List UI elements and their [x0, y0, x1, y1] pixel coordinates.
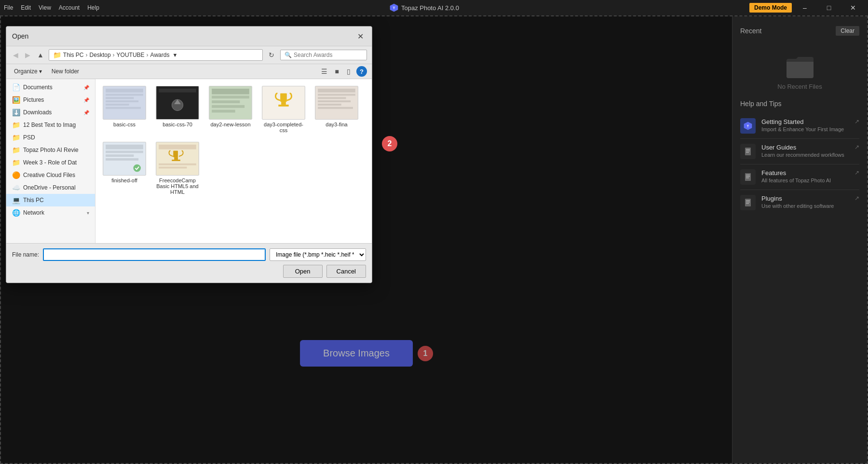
- up-button[interactable]: ▲: [35, 50, 46, 60]
- file-thumbnail: [156, 86, 199, 120]
- svg-rect-30: [106, 145, 143, 150]
- svg-rect-25: [318, 97, 346, 99]
- new-folder-button[interactable]: New folder: [49, 67, 82, 76]
- clear-button[interactable]: Clear: [836, 26, 859, 36]
- view-details-button[interactable]: ☰: [319, 67, 329, 76]
- refresh-button[interactable]: ↻: [266, 50, 277, 60]
- maximize-button[interactable]: □: [818, 0, 840, 15]
- titlebar: File Edit View Account Help T Topaz Phot…: [0, 0, 868, 15]
- file-item-basic-css-70[interactable]: basic-css-70: [153, 84, 202, 135]
- file-preview-svg: [156, 86, 199, 119]
- svg-rect-38: [174, 157, 178, 160]
- sidebar-item-label: OneDrive - Personal: [23, 184, 89, 191]
- help-item-features[interactable]: Features All features of Topaz Photo AI …: [740, 164, 859, 190]
- folder-icon: 📁: [12, 121, 20, 129]
- filetype-select[interactable]: Image file (*.bmp *.heic *.heif *. All F…: [270, 248, 366, 261]
- svg-rect-37: [173, 150, 178, 157]
- cancel-button[interactable]: Cancel: [326, 265, 366, 278]
- file-item-freecodecamp[interactable]: FreecodeCamp Basic HTML5 and HTML: [153, 140, 202, 197]
- sidebar-item-network[interactable]: 🌐 Network ▾: [6, 206, 95, 219]
- sidebar-item-psd[interactable]: 📁 PSD: [6, 131, 95, 144]
- breadcrumb-folder-icon: 📁: [53, 51, 61, 59]
- minimize-button[interactable]: –: [794, 0, 816, 15]
- sidebar-item-label: Creative Cloud Files: [23, 172, 89, 178]
- pictures-icon: 🖼️: [12, 96, 20, 104]
- help-item-user-guides[interactable]: User Guides Learn our recommended workfl…: [740, 139, 859, 164]
- svg-rect-24: [318, 94, 355, 96]
- expand-icon: ▾: [87, 210, 89, 216]
- breadcrumb-this-pc[interactable]: This PC: [63, 52, 84, 58]
- svg-rect-50: [746, 176, 750, 177]
- file-item-day3-completed[interactable]: day3-completed-css: [259, 84, 308, 135]
- features-icon: [740, 169, 756, 185]
- help-item-plugins[interactable]: Plugins Use with other editing software …: [740, 190, 859, 215]
- search-input[interactable]: [294, 52, 363, 58]
- right-panel-header: Recent Clear: [740, 26, 859, 36]
- menu-file[interactable]: File: [4, 4, 13, 11]
- dialog-title: Open: [12, 32, 28, 40]
- menu-help[interactable]: Help: [87, 4, 99, 11]
- svg-rect-15: [212, 100, 240, 103]
- sidebar-item-creative-cloud[interactable]: 🟠 Creative Cloud Files: [6, 169, 95, 181]
- file-item-day3-fina[interactable]: day3-fina: [312, 84, 361, 135]
- svg-rect-5: [106, 97, 134, 99]
- filename-input[interactable]: [43, 248, 266, 261]
- sidebar-item-onedrive[interactable]: ☁️ OneDrive - Personal: [6, 181, 95, 194]
- file-item-basic-css[interactable]: basic-css: [100, 84, 149, 135]
- svg-rect-55: [746, 203, 749, 204]
- app-area: Browse Images 1 Open ✕ ◀ ▶ ▲ 📁 This PC: [0, 15, 868, 464]
- forward-button[interactable]: ▶: [23, 50, 32, 60]
- file-preview-svg: [315, 86, 358, 119]
- file-preview-svg: [209, 86, 252, 119]
- view-list-button[interactable]: ▯: [345, 67, 353, 76]
- network-icon: 🌐: [12, 209, 20, 217]
- help-button[interactable]: ?: [356, 66, 367, 77]
- close-button[interactable]: ✕: [842, 0, 864, 15]
- sidebar-item-week3[interactable]: 📁 Week 3 - Role of Dat: [6, 156, 95, 169]
- back-button[interactable]: ◀: [11, 50, 20, 60]
- sidebar-item-label: Documents: [23, 84, 81, 91]
- file-thumbnail: [209, 86, 252, 120]
- svg-rect-49: [746, 175, 750, 176]
- sidebar-item-12best[interactable]: 📁 12 Best Text to Imag: [6, 119, 95, 131]
- help-tips-label: Help and Tips: [740, 100, 859, 108]
- sidebar-item-documents[interactable]: 📄 Documents 📌: [6, 81, 95, 94]
- svg-rect-4: [106, 94, 143, 96]
- sidebar-item-this-pc[interactable]: 💻 This PC: [6, 194, 95, 206]
- breadcrumb-awards[interactable]: Awards: [150, 52, 170, 58]
- topaz-logo-icon: T: [390, 3, 398, 12]
- breadcrumb-desktop[interactable]: Desktop: [90, 52, 111, 58]
- breadcrumb-dropdown-button[interactable]: ▼: [172, 52, 177, 58]
- sidebar-item-label: Downloads: [23, 109, 81, 116]
- view-icons-button[interactable]: ■: [333, 67, 341, 76]
- svg-rect-28: [318, 107, 353, 109]
- menu-account[interactable]: Account: [59, 4, 80, 11]
- file-item-finished-off[interactable]: finished-off: [100, 140, 149, 197]
- help-item-getting-started[interactable]: T Getting Started Import & Enhance Your …: [740, 113, 859, 139]
- open-button[interactable]: Open: [283, 265, 323, 278]
- sidebar-item-pictures[interactable]: 🖼️ Pictures 📌: [6, 94, 95, 106]
- organize-arrow-icon: ▾: [39, 68, 42, 75]
- sidebar-item-topaz[interactable]: 📁 Topaz Photo AI Revie: [6, 144, 95, 156]
- main-content: Browse Images 1 Open ✕ ◀ ▶ ▲ 📁 This PC: [1, 16, 732, 463]
- sidebar-item-downloads[interactable]: ⬇️ Downloads 📌: [6, 106, 95, 119]
- dialog-close-button[interactable]: ✕: [354, 30, 366, 42]
- svg-rect-32: [106, 154, 134, 157]
- file-name-label: basic-css: [113, 122, 136, 127]
- breadcrumb-youtube[interactable]: YOUTUBE: [117, 52, 145, 58]
- file-name-label: finished-off: [111, 177, 137, 183]
- app-title-text: Topaz Photo AI 2.0.0: [401, 4, 459, 12]
- svg-text:T: T: [393, 6, 395, 10]
- dialog-bottom-bar: File name: Image file (*.bmp *.heic *.he…: [6, 243, 372, 283]
- file-name-label: day3-fina: [326, 122, 347, 127]
- sidebar-item-label: Week 3 - Role of Dat: [23, 159, 89, 166]
- file-item-day2[interactable]: day2-new-lesson: [206, 84, 255, 135]
- help-desc: All features of Topaz Photo AI: [761, 177, 849, 183]
- svg-rect-20: [281, 102, 286, 105]
- menu-view[interactable]: View: [39, 4, 51, 11]
- organize-button[interactable]: Organize ▾: [11, 67, 45, 76]
- menu-edit[interactable]: Edit: [21, 4, 31, 11]
- sidebar-item-label: Pictures: [23, 96, 81, 103]
- demo-mode-button[interactable]: Demo Mode: [749, 3, 792, 13]
- pin-icon: 📌: [83, 85, 89, 90]
